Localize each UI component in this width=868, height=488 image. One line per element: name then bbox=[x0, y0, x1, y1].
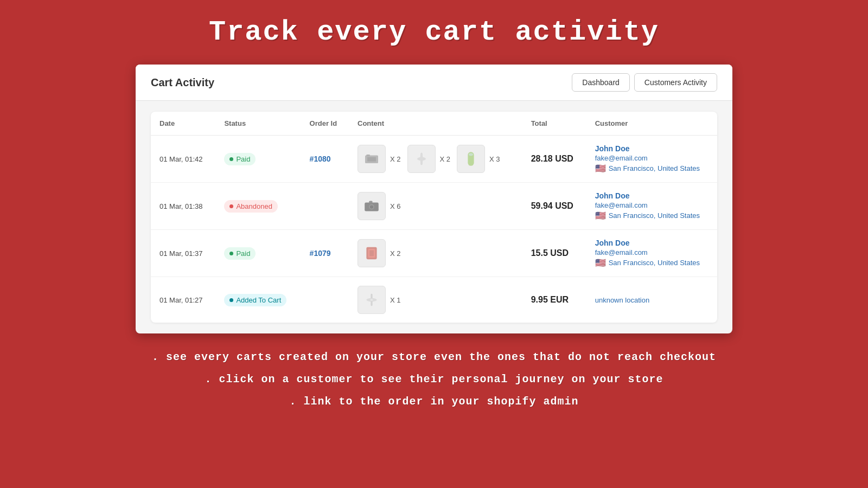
order-link[interactable]: #1080 bbox=[310, 155, 331, 163]
cell-order-id bbox=[301, 183, 349, 230]
cell-order-id bbox=[301, 277, 349, 323]
col-content: Content bbox=[349, 112, 522, 136]
cell-order-id[interactable]: #1080 bbox=[301, 136, 349, 183]
customers-activity-button[interactable]: Customers Activity bbox=[634, 73, 717, 92]
cell-total: 28.18 USD bbox=[522, 136, 586, 183]
table-row: 01 Mar, 01:38AbandonedX 659.94 USDJohn D… bbox=[151, 183, 717, 230]
col-status: Status bbox=[215, 112, 301, 136]
svg-rect-11 bbox=[369, 201, 372, 203]
product-thumbnail bbox=[358, 145, 386, 173]
cell-status: Paid bbox=[215, 136, 301, 183]
customer-email-link[interactable]: fake@email.com bbox=[595, 248, 709, 256]
header-buttons: Dashboard Customers Activity bbox=[572, 73, 717, 92]
product-thumbnail bbox=[358, 286, 386, 314]
cell-content: X 6 bbox=[349, 183, 522, 230]
cell-status: Added To Cart bbox=[215, 277, 301, 323]
cell-total: 9.95 EUR bbox=[522, 277, 586, 323]
customer-name-link[interactable]: John Doe bbox=[595, 144, 709, 153]
cell-content: X 1 bbox=[349, 277, 522, 323]
customer-location-link[interactable]: 🇺🇸San Francisco, United States bbox=[595, 258, 709, 268]
col-date: Date bbox=[151, 112, 215, 136]
cell-customer: John Doefake@email.com🇺🇸San Francisco, U… bbox=[586, 230, 717, 277]
cell-date: 01 Mar, 01:27 bbox=[151, 277, 215, 323]
cell-date: 01 Mar, 01:38 bbox=[151, 183, 215, 230]
table-row: 01 Mar, 01:27Added To CartX 19.95 EURunk… bbox=[151, 277, 717, 323]
table-wrapper: Date Status Order Id Content Total Custo… bbox=[136, 101, 732, 333]
product-quantity: X 2 bbox=[390, 155, 401, 163]
activity-table: Date Status Order Id Content Total Custo… bbox=[151, 112, 717, 323]
svg-point-5 bbox=[420, 153, 423, 165]
cell-customer: unknown location bbox=[586, 277, 717, 323]
dashboard-button[interactable]: Dashboard bbox=[572, 73, 630, 92]
product-thumbnail bbox=[358, 239, 386, 267]
app-header: Cart Activity Dashboard Customers Activi… bbox=[136, 65, 732, 101]
cell-total: 15.5 USD bbox=[522, 230, 586, 277]
svg-point-17 bbox=[371, 299, 373, 301]
cell-content: X 2X 2X 3 bbox=[349, 136, 522, 183]
customer-name-link[interactable]: John Doe bbox=[595, 239, 709, 247]
product-quantity: X 1 bbox=[390, 296, 401, 304]
customer-location-link[interactable]: 🇺🇸San Francisco, United States bbox=[595, 210, 709, 221]
footer-line-1: . see every carts created on your store … bbox=[152, 351, 716, 363]
flag-icon: 🇺🇸 bbox=[595, 258, 606, 268]
product-quantity: X 2 bbox=[440, 155, 451, 163]
table-row: 01 Mar, 01:37Paid#1079X 215.5 USDJohn Do… bbox=[151, 230, 717, 277]
cell-status: Abandoned bbox=[215, 183, 301, 230]
col-customer: Customer bbox=[586, 112, 717, 136]
cell-status: Paid bbox=[215, 230, 301, 277]
col-order-id: Order Id bbox=[301, 112, 349, 136]
cell-total: 59.94 USD bbox=[522, 183, 586, 230]
svg-point-7 bbox=[469, 153, 473, 156]
product-thumbnail bbox=[457, 145, 485, 173]
product-quantity: X 2 bbox=[390, 249, 401, 258]
hero-title: Track every cart activity bbox=[209, 16, 659, 48]
svg-rect-2 bbox=[366, 155, 369, 156]
svg-rect-1 bbox=[367, 157, 376, 162]
footer-line-2: . click on a customer to see their perso… bbox=[152, 373, 716, 386]
table-header-row: Date Status Order Id Content Total Custo… bbox=[151, 112, 717, 136]
svg-point-10 bbox=[370, 205, 373, 208]
product-quantity: X 6 bbox=[390, 202, 401, 210]
unknown-location-link[interactable]: unknown location bbox=[595, 296, 709, 304]
customer-name-link[interactable]: John Doe bbox=[595, 191, 709, 200]
product-thumbnail bbox=[358, 192, 386, 220]
col-total: Total bbox=[522, 112, 586, 136]
flag-icon: 🇺🇸 bbox=[595, 210, 606, 221]
product-quantity: X 3 bbox=[489, 155, 500, 163]
cell-customer: John Doefake@email.com🇺🇸San Francisco, U… bbox=[586, 136, 717, 183]
table-row: 01 Mar, 01:42Paid#1080X 2X 2X 328.18 USD… bbox=[151, 136, 717, 183]
cell-content: X 2 bbox=[349, 230, 522, 277]
order-link[interactable]: #1079 bbox=[310, 249, 331, 258]
product-thumbnail bbox=[407, 145, 436, 173]
footer-line-3: . link to the order in your shopify admi… bbox=[152, 395, 716, 408]
cell-order-id[interactable]: #1079 bbox=[301, 230, 349, 277]
flag-icon: 🇺🇸 bbox=[595, 163, 606, 174]
cell-date: 01 Mar, 01:37 bbox=[151, 230, 215, 277]
cell-date: 01 Mar, 01:42 bbox=[151, 136, 215, 183]
svg-rect-14 bbox=[369, 250, 374, 256]
app-title: Cart Activity bbox=[151, 76, 214, 89]
cell-customer: John Doefake@email.com🇺🇸San Francisco, U… bbox=[586, 183, 717, 230]
app-container: Cart Activity Dashboard Customers Activi… bbox=[136, 65, 732, 333]
footer-section: . see every carts created on your store … bbox=[152, 351, 716, 418]
customer-email-link[interactable]: fake@email.com bbox=[595, 201, 709, 209]
customer-email-link[interactable]: fake@email.com bbox=[595, 154, 709, 162]
customer-location-link[interactable]: 🇺🇸San Francisco, United States bbox=[595, 163, 709, 174]
